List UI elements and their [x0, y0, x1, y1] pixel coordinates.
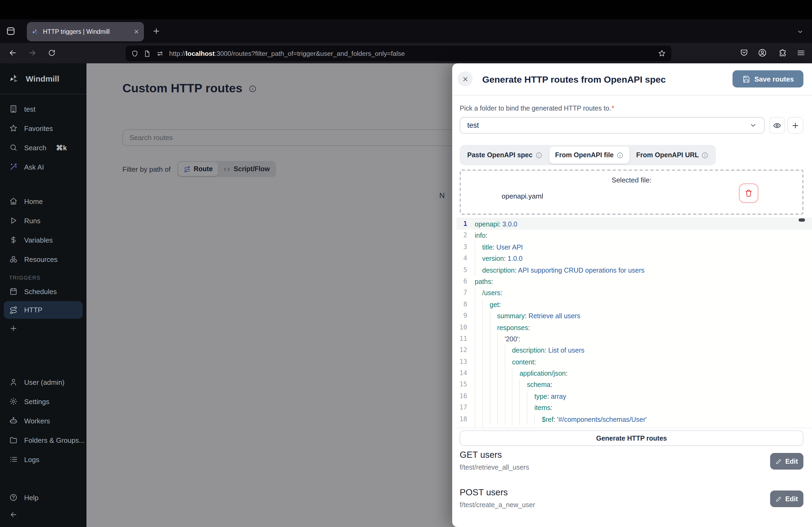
sidebar-item-http[interactable]: HTTP [4, 301, 83, 319]
cubes-icon [9, 255, 18, 264]
dollar-icon [9, 236, 18, 244]
sidebar-item-ask-ai[interactable]: Ask AI [0, 157, 86, 177]
firefox-view-icon[interactable] [5, 26, 16, 36]
sidebar-item-user-admin[interactable]: User (admin) [0, 373, 86, 392]
preview-folder-button[interactable] [769, 117, 785, 134]
sidebar-item-label: Schedules [24, 287, 57, 296]
route-card-get-users: GET usersf/test/retrieve_all_usersEdit [460, 450, 803, 483]
sidebar-item-variables[interactable]: Variables [0, 230, 86, 250]
new-tab-icon[interactable] [152, 27, 161, 35]
folder-select[interactable]: test [460, 117, 765, 134]
sidebar-item-label: Resources [24, 255, 57, 263]
code-text: type: array [467, 391, 812, 402]
sidebar-item-search[interactable]: Search⌘k [0, 138, 86, 157]
edit-route-button[interactable]: Edit [770, 491, 803, 507]
code-line: 15schema: [456, 379, 812, 391]
tab-paste-openapi-spec[interactable]: Paste OpenAPI spec [461, 147, 548, 164]
tab-label: From OpenAPI file [555, 151, 613, 159]
info-icon[interactable] [535, 152, 542, 159]
line-number: 1 [456, 219, 467, 230]
save-routes-button[interactable]: Save routes [733, 70, 803, 88]
edit-route-button[interactable]: Edit [770, 453, 803, 470]
code-text: summary: Retrieve all users [467, 310, 812, 322]
drawer-close-button[interactable] [458, 71, 473, 86]
line-number: 4 [456, 253, 467, 264]
trash-icon [744, 189, 753, 197]
save-icon [742, 75, 750, 83]
code-text: paths: [467, 276, 812, 287]
tab-from-openapi-file[interactable]: From OpenAPI file [549, 147, 629, 164]
sidebar-item-label: Runs [24, 216, 41, 225]
building-icon [9, 105, 18, 113]
sidebar-item-runs[interactable]: Runs [0, 211, 86, 230]
plus-icon [791, 121, 800, 130]
url-text: http://localhost:3000/routes?filter_path… [169, 50, 653, 57]
line-number: 8 [456, 299, 467, 310]
line-number: 2 [456, 230, 467, 241]
line-number: 10 [456, 322, 467, 333]
sidebar-item-schedules[interactable]: Schedules [0, 282, 86, 301]
url-bar[interactable]: http://localhost:3000/routes?filter_path… [126, 46, 671, 61]
menu-hamburger-icon[interactable] [796, 48, 806, 57]
forward-icon[interactable] [28, 48, 37, 57]
triggers-heading: TRIGGERS [9, 275, 41, 281]
user-icon [9, 378, 18, 387]
code-text: content: [467, 356, 812, 367]
line-number: 19 [456, 425, 467, 428]
sidebar-item-settings[interactable]: Settings [0, 392, 86, 411]
page-info-icon[interactable] [143, 50, 151, 57]
editor-scrollbar-thumb[interactable] [799, 219, 805, 222]
sidebar-item-label: Help [24, 494, 39, 501]
info-icon[interactable] [702, 152, 709, 159]
code-text: application/json: [467, 367, 812, 379]
sidebar-item-add[interactable] [0, 319, 86, 338]
remove-file-button[interactable] [739, 183, 758, 203]
tab-close-icon[interactable] [133, 28, 140, 35]
sidebar-item-resources[interactable]: Resources [0, 250, 86, 269]
extensions-icon[interactable] [778, 48, 787, 57]
sidebar-item-test[interactable]: test [0, 99, 86, 119]
reload-icon[interactable] [48, 49, 56, 57]
info-icon[interactable] [616, 152, 623, 159]
account-icon[interactable] [758, 48, 767, 57]
sidebar-item-label: test [24, 105, 35, 113]
robot-icon [9, 417, 18, 425]
home-icon [9, 197, 18, 206]
back-icon[interactable] [8, 48, 17, 57]
add-folder-button[interactable] [787, 117, 803, 134]
sidebar-collapse-button[interactable] [0, 505, 86, 524]
sidebar-item-label: Variables [24, 236, 53, 244]
bookmark-star-icon[interactable] [658, 49, 666, 57]
sidebar-item-label: Folders & Groups... [24, 436, 85, 444]
shield-icon[interactable] [131, 50, 139, 57]
generate-routes-button[interactable]: Generate HTTP routes [460, 431, 803, 446]
sidebar-item-favorites[interactable]: Favorites [0, 119, 86, 138]
sidebar-item-workers[interactable]: Workers [0, 411, 86, 431]
plus-icon [9, 324, 18, 333]
code-line: 17items: [456, 402, 812, 414]
tab-list-chevron-icon[interactable] [796, 28, 804, 35]
sidebar-item-folders-groups[interactable]: Folders & Groups... [0, 431, 86, 450]
line-number: 9 [456, 310, 467, 322]
window-top-band [0, 0, 812, 19]
brand[interactable]: Windmill [0, 63, 86, 94]
browser-tab[interactable]: HTTP triggers | Windmill [27, 22, 144, 41]
route-title: GET users [460, 450, 803, 460]
sidebar-item-home[interactable]: Home [0, 192, 86, 211]
shortcuts-icon[interactable] [156, 50, 164, 57]
code-editor[interactable]: 1openapi: 3.0.02info:3title: User API4ve… [456, 218, 812, 428]
sidebar-item-label: Favorites [24, 124, 53, 132]
sidebar-item-label: Search [24, 144, 46, 152]
code-text: schema: [467, 379, 812, 391]
folder-select-value: test [467, 121, 749, 129]
code-line: 12description: List of users [456, 345, 812, 356]
sidebar-item-logs[interactable]: Logs [0, 450, 86, 469]
tab-from-openapi-url[interactable]: From OpenAPI URL [630, 147, 714, 164]
selected-file-box: Selected file: openapi.yaml [460, 169, 803, 215]
route-title: POST users [460, 487, 803, 497]
pocket-icon[interactable] [740, 48, 749, 57]
sidebar-item-help[interactable]: Help [0, 488, 86, 507]
sidebar-item-label: Ask AI [24, 163, 44, 171]
line-number: 3 [456, 241, 467, 253]
selected-file-name: openapi.yaml [502, 192, 543, 200]
